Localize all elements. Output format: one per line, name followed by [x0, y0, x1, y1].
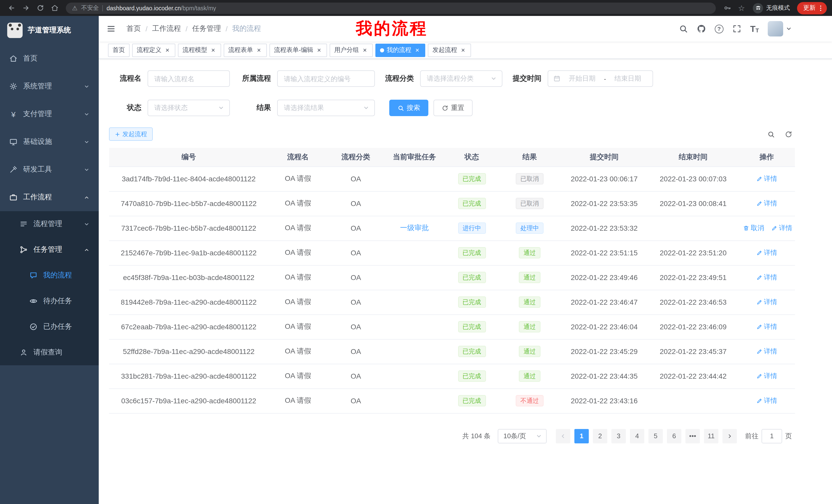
sidebar-item-todo-tasks[interactable]: 待办任务 — [0, 288, 99, 314]
status-badge: 已完成 — [458, 173, 486, 185]
submit-time-range-picker[interactable]: 开始日期 - 结束日期 — [548, 71, 653, 87]
edit-icon — [756, 348, 762, 355]
detail-link[interactable]: 详情 — [756, 248, 777, 257]
tab-process-model[interactable]: 流程模型× — [178, 44, 221, 57]
avatar[interactable] — [768, 21, 783, 36]
tab-home[interactable]: 首页 — [108, 44, 130, 57]
process-definition-input[interactable] — [277, 71, 375, 87]
sidebar-item-infra[interactable]: 基础设施 — [0, 128, 99, 156]
sidebar-item-my-process[interactable]: 我的流程 — [0, 262, 99, 288]
page-title-annotation: 我的流程 — [356, 18, 428, 40]
detail-link[interactable]: 详情 — [756, 322, 777, 331]
tab-my-process[interactable]: 我的流程× — [375, 44, 425, 57]
page-size-select[interactable]: 10条/页 — [498, 429, 547, 443]
browser-home-icon[interactable] — [48, 2, 61, 14]
detail-link[interactable]: 详情 — [771, 223, 792, 233]
goto-page-input[interactable] — [761, 429, 782, 443]
search-button[interactable]: 搜索 — [389, 100, 428, 116]
detail-link[interactable]: 详情 — [756, 371, 777, 381]
breadcrumb-item[interactable]: 首页 — [127, 24, 141, 33]
detail-link[interactable]: 详情 — [756, 298, 777, 307]
url-domain: dashboard.yudao.iocoder.cn — [107, 5, 181, 11]
detail-link[interactable]: 详情 — [756, 273, 777, 282]
help-icon[interactable]: ? — [715, 24, 724, 33]
page-button-5[interactable]: 5 — [648, 429, 663, 443]
incognito-icon — [753, 3, 763, 13]
tab-user-group[interactable]: 用户分组× — [330, 44, 373, 57]
update-button[interactable]: 更新 — [797, 2, 827, 14]
current-task-link[interactable]: 一级审批 — [400, 223, 429, 232]
password-key-icon[interactable] — [721, 2, 733, 14]
page-button-1[interactable]: 1 — [574, 429, 589, 443]
close-icon[interactable]: × — [414, 47, 421, 53]
page-button-11[interactable]: 11 — [704, 429, 718, 443]
close-icon[interactable]: × — [316, 47, 322, 53]
breadcrumb-item[interactable]: 工作流程 — [152, 24, 181, 33]
sidebar-item-workflow[interactable]: 工作流程 — [0, 184, 99, 211]
user-menu[interactable] — [768, 21, 792, 36]
breadcrumb-item[interactable]: 任务管理 — [192, 24, 221, 33]
search-icon[interactable] — [679, 24, 688, 33]
status-badge: 已完成 — [458, 272, 486, 283]
submit-time: 2022-01-22 23:45:29 — [571, 347, 638, 356]
bookmark-star-icon[interactable]: ☆ — [735, 2, 748, 14]
close-icon[interactable]: × — [210, 47, 216, 53]
close-icon[interactable]: × — [362, 47, 368, 53]
tab-label: 流程定义 — [137, 46, 161, 54]
tab-process-form-edit[interactable]: 流程表单-编辑× — [269, 44, 327, 57]
page-button-6[interactable]: 6 — [667, 429, 681, 443]
tab-process-form[interactable]: 流程表单× — [224, 44, 267, 57]
sidebar-item-payment[interactable]: ¥ 支付管理 — [0, 100, 99, 128]
address-bar[interactable]: ⚠ 不安全 dashboard.yudao.iocoder.cn/bpm/tas… — [66, 2, 716, 13]
sidebar-item-home[interactable]: 首页 — [0, 45, 99, 73]
sidebar-item-leave-query[interactable]: 请假查询 — [0, 340, 99, 365]
sidebar-item-done-tasks[interactable]: 已办任务 — [0, 314, 99, 340]
process-name-input[interactable] — [148, 71, 230, 87]
sidebar-item-devtools[interactable]: 研发工具 — [0, 156, 99, 184]
detail-link[interactable]: 详情 — [756, 199, 777, 208]
browser-menu-icon[interactable] — [817, 4, 824, 11]
tab-process-definition[interactable]: 流程定义× — [132, 44, 175, 57]
result-select[interactable]: 请选择流结果 — [277, 100, 375, 116]
page-button-2[interactable]: 2 — [593, 429, 607, 443]
user-icon — [20, 348, 28, 357]
font-size-icon[interactable]: TT — [750, 24, 759, 33]
page-button-3[interactable]: 3 — [612, 429, 626, 443]
chevron-left-icon — [560, 433, 566, 439]
page-button-4[interactable]: 4 — [630, 429, 644, 443]
toggle-search-icon[interactable] — [764, 128, 778, 141]
next-page-button[interactable] — [723, 429, 737, 443]
process-category: OA — [351, 397, 361, 405]
refresh-table-icon[interactable] — [782, 128, 795, 141]
tools-icon — [9, 165, 18, 174]
security-label: 不安全 — [81, 4, 99, 12]
status-badge: 已完成 — [458, 198, 486, 209]
sidebar-item-system[interactable]: 系统管理 — [0, 73, 99, 100]
browser-reload-icon[interactable] — [34, 2, 46, 14]
create-process-button[interactable]: 发起流程 — [109, 128, 153, 141]
detail-link[interactable]: 详情 — [756, 174, 777, 184]
browser-forward-icon[interactable] — [20, 2, 32, 14]
sidebar-menu: 首页 系统管理 ¥ 支付管理 基础设施 — [0, 45, 99, 365]
tab-start-process[interactable]: 发起流程× — [428, 44, 471, 57]
sidebar-item-process-management[interactable]: 流程管理 — [0, 211, 99, 237]
close-icon[interactable]: × — [460, 47, 466, 53]
reset-button[interactable]: 重置 — [434, 100, 473, 116]
detail-link[interactable]: 详情 — [756, 396, 777, 405]
browser-back-icon[interactable] — [5, 2, 18, 14]
category-select[interactable]: 请选择流程分类 — [420, 71, 502, 87]
home-icon — [9, 54, 18, 63]
github-icon[interactable] — [697, 24, 706, 33]
detail-link[interactable]: 详情 — [756, 347, 777, 356]
sidebar-item-label: 系统管理 — [23, 82, 52, 91]
fullscreen-icon[interactable] — [732, 24, 742, 33]
close-icon[interactable]: × — [256, 47, 262, 53]
hamburger-icon[interactable] — [99, 16, 123, 41]
cancel-link[interactable]: 取消 — [743, 223, 764, 233]
status-select[interactable]: 请选择状态 — [148, 100, 230, 116]
close-icon[interactable]: × — [164, 47, 171, 53]
prev-page-button[interactable] — [556, 429, 570, 443]
end-time: 2022-01-22 23:45:37 — [660, 347, 727, 356]
more-pages-button[interactable]: ••• — [685, 429, 700, 443]
sidebar-item-task-management[interactable]: 任务管理 — [0, 237, 99, 262]
